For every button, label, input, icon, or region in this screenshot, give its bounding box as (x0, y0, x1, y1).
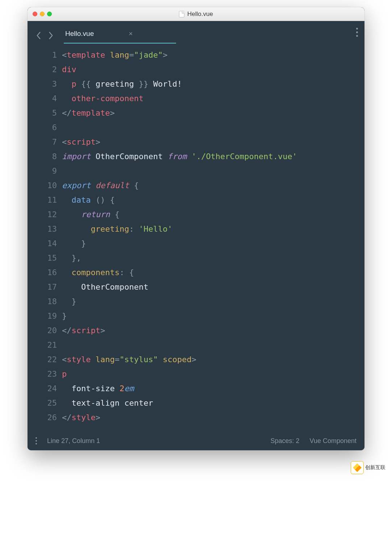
line-number: 13 (28, 222, 57, 236)
code-editor[interactable]: 1234567891011121314151617181920212223242… (28, 44, 364, 431)
line-number: 21 (28, 338, 57, 352)
code-line[interactable]: } (62, 236, 364, 251)
code-line[interactable]: OtherComponent (62, 280, 364, 294)
code-line[interactable]: p (62, 367, 364, 381)
zoom-window-button[interactable] (47, 12, 52, 16)
code-line[interactable]: <style lang="stylus" scoped> (62, 352, 364, 367)
line-number: 6 (28, 120, 57, 135)
code-line[interactable]: other-component (62, 91, 364, 106)
code-line[interactable] (62, 338, 364, 352)
status-indent[interactable]: Spaces: 2 (271, 437, 300, 445)
line-number: 7 (28, 135, 57, 149)
nav-arrows (36, 32, 64, 40)
file-icon (179, 11, 184, 17)
line-number: 17 (28, 280, 57, 294)
tab-hello-vue[interactable]: Hello.vue × (64, 28, 136, 44)
line-number: 4 (28, 91, 57, 106)
code-line[interactable] (62, 120, 364, 135)
code-line[interactable]: </style> (62, 410, 364, 425)
code-line[interactable]: } (62, 309, 364, 323)
status-menu-icon[interactable] (36, 437, 37, 444)
code-line[interactable]: return { (62, 207, 364, 222)
nav-back-icon[interactable] (36, 32, 41, 40)
tab-close-icon[interactable]: × (126, 30, 135, 38)
code-line[interactable]: data () { (62, 193, 364, 207)
line-number: 3 (28, 77, 57, 91)
line-number: 25 (28, 396, 57, 410)
line-number: 11 (28, 193, 57, 207)
window-title: Hello.vue (28, 11, 364, 18)
line-number: 14 (28, 236, 57, 251)
watermark-logo-icon (351, 461, 364, 474)
kebab-menu-icon[interactable] (356, 28, 358, 37)
code-line[interactable]: import OtherComponent from './OtherCompo… (62, 149, 364, 164)
tab-underline (64, 43, 176, 44)
code-line[interactable] (62, 164, 364, 178)
status-cursor[interactable]: Line 27, Column 1 (47, 437, 100, 445)
code-line[interactable]: font-size 2em (62, 381, 364, 396)
tab-title: Hello.vue (65, 30, 94, 38)
titlebar: Hello.vue (28, 7, 364, 21)
line-number: 16 (28, 265, 57, 280)
minimize-window-button[interactable] (40, 12, 45, 16)
editor-window: Hello.vue Hello.vue × 123456789101112131… (28, 7, 364, 450)
line-number: 26 (28, 410, 57, 425)
close-window-button[interactable] (33, 12, 37, 16)
status-bar: Line 27, Column 1 Spaces: 2 Vue Componen… (28, 431, 364, 450)
code-line[interactable]: text-align center (62, 396, 364, 410)
line-number: 19 (28, 309, 57, 323)
line-number: 18 (28, 294, 57, 309)
code-line[interactable]: }, (62, 251, 364, 265)
line-number: 9 (28, 164, 57, 178)
line-number: 23 (28, 367, 57, 381)
code-line[interactable]: </script> (62, 323, 364, 338)
code-line[interactable]: div (62, 62, 364, 77)
code-line[interactable]: } (62, 294, 364, 309)
code-line[interactable]: export default { (62, 178, 364, 193)
watermark: 创新互联 (351, 461, 390, 474)
line-gutter: 1234567891011121314151617181920212223242… (28, 48, 62, 425)
line-number: 22 (28, 352, 57, 367)
line-number: 15 (28, 251, 57, 265)
line-number: 20 (28, 323, 57, 338)
watermark-text: 创新互联 (365, 464, 385, 471)
code-line[interactable]: <script> (62, 135, 364, 149)
tab-bar: Hello.vue × (28, 21, 364, 44)
line-number: 10 (28, 178, 57, 193)
line-number: 24 (28, 381, 57, 396)
code-line[interactable]: greeting: 'Hello' (62, 222, 364, 236)
nav-forward-icon[interactable] (48, 32, 54, 40)
line-number: 2 (28, 62, 57, 77)
app-body: Hello.vue × 1234567891011121314151617181… (28, 21, 364, 450)
line-number: 1 (28, 48, 57, 62)
code-area[interactable]: <template lang="jade">div p {{ greeting … (62, 48, 364, 425)
line-number: 5 (28, 106, 57, 120)
code-line[interactable]: p {{ greeting }} World! (62, 77, 364, 91)
code-line[interactable]: </template> (62, 106, 364, 120)
line-number: 12 (28, 207, 57, 222)
line-number: 8 (28, 149, 57, 164)
status-syntax[interactable]: Vue Component (310, 437, 356, 445)
code-line[interactable]: components: { (62, 265, 364, 280)
window-title-text: Hello.vue (187, 11, 213, 18)
code-line[interactable]: <template lang="jade"> (62, 48, 364, 62)
